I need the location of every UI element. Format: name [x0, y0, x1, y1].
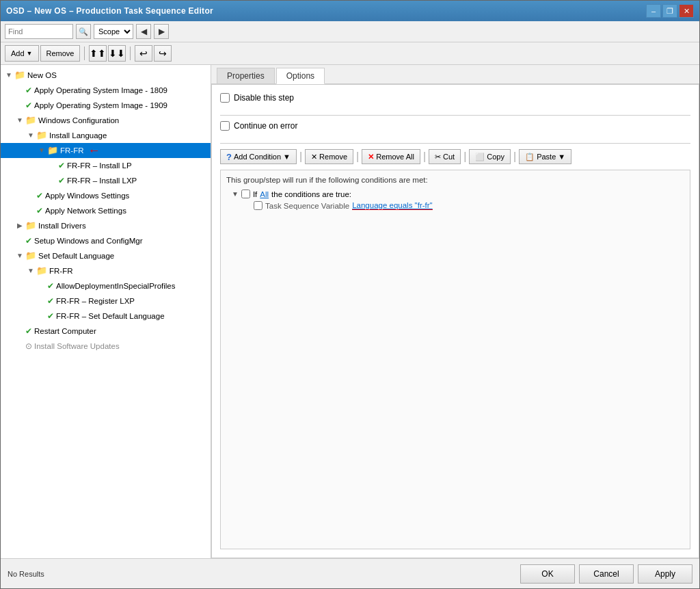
check-icon: ✔	[58, 159, 65, 172]
title-bar: OSD – New OS – Production Task Sequence …	[1, 1, 699, 21]
tree-label-setupwin: Setup Windows and ConfigMgr	[34, 235, 143, 247]
check-icon: ✔	[36, 205, 43, 217]
close-button[interactable]: ✕	[679, 4, 694, 18]
copy-button[interactable]: ⬜ Copy	[469, 149, 511, 164]
tree-item-frfr-set[interactable]: ✔ FR-FR – Set Default Language	[1, 309, 211, 324]
tree-label-frfr-reg: FR-FR – Register LXP	[56, 295, 135, 307]
window-title: OSD – New OS – Production Task Sequence …	[6, 6, 213, 16]
tab-properties[interactable]: Properties	[217, 68, 275, 83]
tree-item-winconfig[interactable]: ▼ 📁 Windows Configuration	[1, 113, 211, 128]
expand-icon: ▼	[14, 250, 25, 262]
toolbar-separator	[84, 47, 85, 60]
tree-item-root[interactable]: ▼ 📁 New OS	[1, 68, 211, 83]
search-button[interactable]: 🔍	[76, 24, 91, 39]
tree-label-root: New OS	[27, 69, 57, 81]
move-up-button[interactable]: ⬆⬆	[89, 45, 107, 62]
folder-icon: 📁	[47, 144, 58, 157]
tab-options[interactable]: Options	[276, 68, 325, 84]
tree-label-frfr: FR-FR	[60, 144, 84, 157]
tree-label-installlang: Install Language	[49, 129, 107, 142]
tree-item-restart[interactable]: ✔ Restart Computer	[1, 324, 211, 339]
remove-condition-button[interactable]: ✕ Remove	[305, 149, 353, 164]
cancel-button[interactable]: Cancel	[579, 564, 634, 584]
condition-tsv-row: Task Sequence Variable Language equals "…	[226, 201, 684, 210]
right-panel: Properties Options Disable this step	[211, 65, 699, 558]
minimize-button[interactable]: –	[646, 4, 661, 18]
tree-item-setdefault[interactable]: ▼ 📁 Set Default Language	[1, 248, 211, 263]
expand-icon: ▼	[25, 129, 36, 142]
copy-icon: ⬜	[475, 153, 485, 161]
condition-toolbar: ? Add Condition ▼ | ✕ Remove | ✕ Remove	[220, 149, 690, 164]
tree-label-applywin: Apply Windows Settings	[45, 189, 129, 202]
add-dropdown-arrow: ▼	[27, 50, 33, 57]
second-toolbar: Add ▼ Remove ⬆⬆ ⬇⬇ ↩ ↪	[1, 42, 699, 65]
restore-button[interactable]: ❐	[662, 4, 677, 18]
tree-label-restart: Restart Computer	[34, 325, 96, 337]
toolbar-separator-5: |	[513, 150, 516, 163]
add-condition-button[interactable]: ? Add Condition ▼	[220, 149, 297, 164]
tree-label-frfr-set: FR-FR – Set Default Language	[56, 310, 165, 322]
expand-icon: ▼	[14, 114, 25, 127]
left-panel: ▼ 📁 New OS ✔ Apply Operating System Imag…	[1, 65, 211, 558]
disable-step-checkbox[interactable]	[220, 93, 230, 103]
cut-button[interactable]: ✂ Cut	[429, 149, 461, 164]
condition-expand[interactable]: ▼	[232, 190, 239, 198]
folder-icon: 📁	[36, 265, 47, 277]
tree-view: ▼ 📁 New OS ✔ Apply Operating System Imag…	[1, 65, 211, 356]
arrow-indicator: ←	[88, 144, 100, 157]
expand-icon: ▼	[25, 265, 36, 277]
condition-if-checkbox[interactable]	[241, 189, 250, 198]
conditions-suffix: the conditions are true:	[271, 190, 351, 198]
gray-icon: ⊙	[25, 340, 32, 352]
undo-button[interactable]: ↩	[135, 45, 152, 62]
tree-label-installsoftware: Install Software Updates	[34, 340, 120, 352]
check-icon: ✔	[25, 235, 32, 247]
red-x-icon: ✕	[368, 153, 374, 161]
condition-description: This group/step will run if the followin…	[226, 176, 684, 184]
folder-icon: 📁	[25, 220, 36, 232]
apply-button[interactable]: Apply	[638, 564, 692, 584]
scope-select[interactable]: Scope	[94, 24, 133, 39]
tree-item-frfr[interactable]: ▼ 📁 FR-FR ←	[1, 143, 211, 158]
tree-item-frfr-lp[interactable]: ✔ FR-FR – Install LP	[1, 158, 211, 173]
check-icon: ✔	[47, 280, 54, 292]
toolbar-separator: |	[299, 150, 302, 163]
all-link[interactable]: All	[260, 190, 269, 198]
add-condition-arrow: ▼	[283, 153, 291, 161]
forward-button[interactable]: ▶	[154, 24, 169, 39]
toolbar-separator-3: |	[423, 150, 426, 163]
tree-item-applynet[interactable]: ✔ Apply Network Settings	[1, 203, 211, 218]
tree-item-installlang[interactable]: ▼ 📁 Install Language	[1, 128, 211, 143]
main-content: 🔍 Scope ◀ ▶ Add ▼ Remove ⬆⬆ ⬇⬇ ↩ ↪	[1, 21, 699, 588]
tree-item-applywin[interactable]: ✔ Apply Windows Settings	[1, 188, 211, 203]
ok-button[interactable]: OK	[520, 564, 575, 584]
paste-icon: 📋	[525, 153, 535, 161]
tsv-checkbox[interactable]	[254, 201, 262, 210]
tree-item-frfr-reg[interactable]: ✔ FR-FR – Register LXP	[1, 293, 211, 309]
search-input[interactable]	[5, 24, 73, 39]
check-icon: ✔	[25, 325, 32, 337]
add-button[interactable]: Add ▼	[5, 45, 39, 62]
tree-label-installdrivers: Install Drivers	[38, 220, 86, 232]
paste-arrow: ▼	[558, 153, 565, 161]
tree-label-applynet: Apply Network Settings	[45, 205, 126, 217]
remove-button[interactable]: Remove	[40, 45, 81, 62]
remove-all-button[interactable]: ✕ Remove All	[362, 149, 420, 164]
tree-item-allowdeploy[interactable]: ✔ AllowDeploymentInSpecialProfiles	[1, 278, 211, 293]
tree-item-apply1[interactable]: ✔ Apply Operating System Image - 1809	[1, 83, 211, 98]
tab-bar: Properties Options	[211, 65, 699, 84]
continue-error-checkbox[interactable]	[220, 121, 230, 131]
back-button[interactable]: ◀	[136, 24, 151, 39]
tsv-value[interactable]: Language equals "fr-fr"	[352, 201, 433, 210]
paste-button[interactable]: 📋 Paste ▼	[519, 149, 571, 164]
tree-item-frfr-lxp[interactable]: ✔ FR-FR – Install LXP	[1, 173, 211, 188]
expand-icon: ▼	[36, 144, 47, 157]
tree-item-frfr2[interactable]: ▼ 📁 FR-FR	[1, 263, 211, 278]
move-down-button[interactable]: ⬇⬇	[108, 45, 126, 62]
redo-button[interactable]: ↪	[154, 45, 172, 62]
check-icon: ✔	[25, 99, 32, 112]
tree-item-installdrivers[interactable]: ▶ 📁 Install Drivers	[1, 218, 211, 233]
tree-item-installsoftware[interactable]: ⊙ Install Software Updates	[1, 339, 211, 354]
tree-item-setupwin[interactable]: ✔ Setup Windows and ConfigMgr	[1, 233, 211, 248]
tree-item-apply2[interactable]: ✔ Apply Operating System Image - 1909	[1, 98, 211, 113]
